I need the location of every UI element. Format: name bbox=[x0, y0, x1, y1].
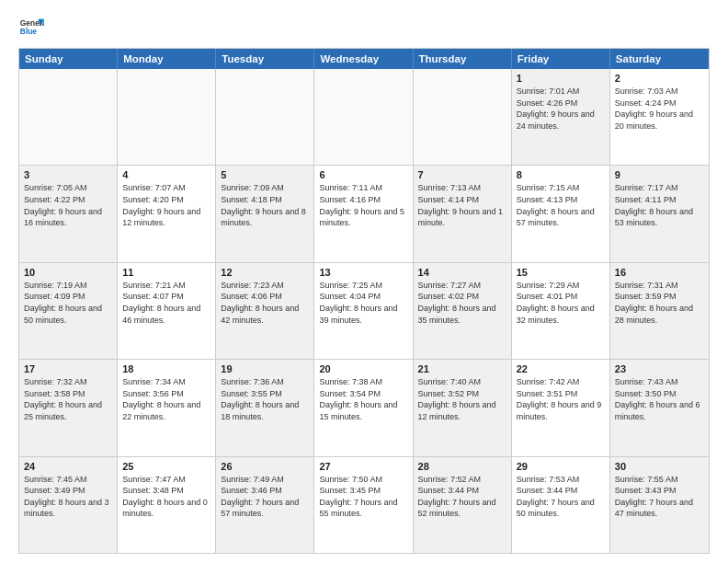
day-number: 17 bbox=[24, 363, 112, 374]
calendar-day-cell: 18Sunrise: 7:34 AM Sunset: 3:56 PM Dayli… bbox=[118, 360, 216, 455]
calendar-day-cell: 23Sunrise: 7:43 AM Sunset: 3:50 PM Dayli… bbox=[610, 360, 709, 455]
calendar-header-cell: Monday bbox=[118, 49, 216, 69]
calendar-day-cell: 9Sunrise: 7:17 AM Sunset: 4:11 PM Daylig… bbox=[610, 166, 709, 261]
day-number: 8 bbox=[517, 169, 605, 180]
day-number: 15 bbox=[517, 267, 605, 278]
calendar-day-cell: 15Sunrise: 7:29 AM Sunset: 4:01 PM Dayli… bbox=[512, 263, 610, 359]
day-info: Sunrise: 7:27 AM Sunset: 4:02 PM Dayligh… bbox=[418, 280, 506, 326]
calendar-day-cell: 4Sunrise: 7:07 AM Sunset: 4:20 PM Daylig… bbox=[118, 166, 216, 261]
calendar-day-cell bbox=[19, 69, 118, 165]
calendar-day-cell: 24Sunrise: 7:45 AM Sunset: 3:49 PM Dayli… bbox=[19, 457, 118, 553]
calendar-day-cell: 12Sunrise: 7:23 AM Sunset: 4:06 PM Dayli… bbox=[216, 263, 314, 359]
day-info: Sunrise: 7:07 AM Sunset: 4:20 PM Dayligh… bbox=[122, 182, 210, 228]
day-number: 29 bbox=[517, 461, 605, 472]
calendar-day-cell: 14Sunrise: 7:27 AM Sunset: 4:02 PM Dayli… bbox=[414, 263, 512, 359]
calendar-header: SundayMondayTuesdayWednesdayThursdayFrid… bbox=[19, 49, 709, 69]
day-info: Sunrise: 7:50 AM Sunset: 3:45 PM Dayligh… bbox=[319, 474, 407, 520]
calendar-day-cell: 13Sunrise: 7:25 AM Sunset: 4:04 PM Dayli… bbox=[314, 263, 413, 359]
logo-icon: General Blue bbox=[18, 15, 44, 40]
calendar-day-cell bbox=[414, 69, 512, 165]
calendar-day-cell bbox=[118, 69, 216, 165]
calendar-body: 1Sunrise: 7:01 AM Sunset: 4:26 PM Daylig… bbox=[19, 69, 709, 553]
calendar-header-cell: Wednesday bbox=[314, 49, 413, 69]
calendar-day-cell: 17Sunrise: 7:32 AM Sunset: 3:58 PM Dayli… bbox=[19, 360, 118, 455]
day-number: 24 bbox=[24, 461, 112, 472]
calendar-week: 10Sunrise: 7:19 AM Sunset: 4:09 PM Dayli… bbox=[19, 263, 709, 360]
calendar-day-cell: 5Sunrise: 7:09 AM Sunset: 4:18 PM Daylig… bbox=[216, 166, 314, 261]
day-info: Sunrise: 7:15 AM Sunset: 4:13 PM Dayligh… bbox=[517, 182, 605, 228]
day-info: Sunrise: 7:40 AM Sunset: 3:52 PM Dayligh… bbox=[418, 376, 506, 422]
day-info: Sunrise: 7:55 AM Sunset: 3:43 PM Dayligh… bbox=[615, 474, 704, 520]
day-info: Sunrise: 7:45 AM Sunset: 3:49 PM Dayligh… bbox=[24, 474, 112, 520]
calendar-day-cell: 28Sunrise: 7:52 AM Sunset: 3:44 PM Dayli… bbox=[414, 457, 512, 553]
day-number: 7 bbox=[418, 169, 506, 180]
calendar-day-cell: 25Sunrise: 7:47 AM Sunset: 3:48 PM Dayli… bbox=[118, 457, 216, 553]
day-number: 2 bbox=[615, 73, 704, 84]
day-info: Sunrise: 7:38 AM Sunset: 3:54 PM Dayligh… bbox=[319, 376, 407, 422]
calendar-day-cell: 22Sunrise: 7:42 AM Sunset: 3:51 PM Dayli… bbox=[512, 360, 610, 455]
day-info: Sunrise: 7:31 AM Sunset: 3:59 PM Dayligh… bbox=[615, 280, 704, 326]
day-number: 20 bbox=[319, 363, 407, 374]
day-info: Sunrise: 7:36 AM Sunset: 3:55 PM Dayligh… bbox=[221, 376, 309, 422]
day-number: 30 bbox=[615, 461, 704, 472]
calendar-day-cell: 29Sunrise: 7:53 AM Sunset: 3:44 PM Dayli… bbox=[512, 457, 610, 553]
calendar-day-cell bbox=[314, 69, 413, 165]
day-number: 25 bbox=[122, 461, 210, 472]
day-info: Sunrise: 7:01 AM Sunset: 4:26 PM Dayligh… bbox=[517, 86, 605, 132]
day-number: 27 bbox=[319, 461, 407, 472]
calendar-week: 1Sunrise: 7:01 AM Sunset: 4:26 PM Daylig… bbox=[19, 69, 709, 166]
page: General Blue SundayMondayTuesdayWednesda… bbox=[0, 0, 728, 563]
calendar-header-cell: Friday bbox=[512, 49, 610, 69]
day-info: Sunrise: 7:21 AM Sunset: 4:07 PM Dayligh… bbox=[122, 280, 210, 326]
svg-text:Blue: Blue bbox=[20, 27, 37, 36]
day-info: Sunrise: 7:34 AM Sunset: 3:56 PM Dayligh… bbox=[122, 376, 210, 422]
calendar-header-cell: Tuesday bbox=[216, 49, 314, 69]
calendar-day-cell: 3Sunrise: 7:05 AM Sunset: 4:22 PM Daylig… bbox=[19, 166, 118, 261]
calendar: SundayMondayTuesdayWednesdayThursdayFrid… bbox=[18, 48, 710, 554]
day-number: 21 bbox=[418, 363, 506, 374]
calendar-day-cell bbox=[216, 69, 314, 165]
day-info: Sunrise: 7:52 AM Sunset: 3:44 PM Dayligh… bbox=[418, 474, 506, 520]
calendar-day-cell: 8Sunrise: 7:15 AM Sunset: 4:13 PM Daylig… bbox=[512, 166, 610, 261]
calendar-day-cell: 27Sunrise: 7:50 AM Sunset: 3:45 PM Dayli… bbox=[314, 457, 413, 553]
day-info: Sunrise: 7:09 AM Sunset: 4:18 PM Dayligh… bbox=[221, 182, 309, 228]
calendar-day-cell: 30Sunrise: 7:55 AM Sunset: 3:43 PM Dayli… bbox=[610, 457, 709, 553]
calendar-week: 24Sunrise: 7:45 AM Sunset: 3:49 PM Dayli… bbox=[19, 457, 709, 553]
day-number: 3 bbox=[24, 169, 112, 180]
day-number: 16 bbox=[615, 267, 704, 278]
calendar-day-cell: 26Sunrise: 7:49 AM Sunset: 3:46 PM Dayli… bbox=[216, 457, 314, 553]
day-number: 6 bbox=[319, 169, 407, 180]
day-info: Sunrise: 7:25 AM Sunset: 4:04 PM Dayligh… bbox=[319, 280, 407, 326]
day-number: 4 bbox=[122, 169, 210, 180]
calendar-header-cell: Sunday bbox=[19, 49, 118, 69]
day-info: Sunrise: 7:19 AM Sunset: 4:09 PM Dayligh… bbox=[24, 280, 112, 326]
day-number: 12 bbox=[221, 267, 309, 278]
day-info: Sunrise: 7:05 AM Sunset: 4:22 PM Dayligh… bbox=[24, 182, 112, 228]
calendar-day-cell: 10Sunrise: 7:19 AM Sunset: 4:09 PM Dayli… bbox=[19, 263, 118, 359]
header: General Blue bbox=[18, 15, 710, 40]
day-info: Sunrise: 7:32 AM Sunset: 3:58 PM Dayligh… bbox=[24, 376, 112, 422]
day-number: 26 bbox=[221, 461, 309, 472]
calendar-day-cell: 21Sunrise: 7:40 AM Sunset: 3:52 PM Dayli… bbox=[414, 360, 512, 455]
day-info: Sunrise: 7:42 AM Sunset: 3:51 PM Dayligh… bbox=[517, 376, 605, 422]
calendar-day-cell: 16Sunrise: 7:31 AM Sunset: 3:59 PM Dayli… bbox=[610, 263, 709, 359]
day-number: 11 bbox=[122, 267, 210, 278]
day-info: Sunrise: 7:23 AM Sunset: 4:06 PM Dayligh… bbox=[221, 280, 309, 326]
calendar-day-cell: 20Sunrise: 7:38 AM Sunset: 3:54 PM Dayli… bbox=[314, 360, 413, 455]
day-number: 19 bbox=[221, 363, 309, 374]
calendar-day-cell: 1Sunrise: 7:01 AM Sunset: 4:26 PM Daylig… bbox=[512, 69, 610, 165]
day-info: Sunrise: 7:11 AM Sunset: 4:16 PM Dayligh… bbox=[319, 182, 407, 228]
day-number: 9 bbox=[615, 169, 704, 180]
calendar-day-cell: 11Sunrise: 7:21 AM Sunset: 4:07 PM Dayli… bbox=[118, 263, 216, 359]
day-info: Sunrise: 7:29 AM Sunset: 4:01 PM Dayligh… bbox=[517, 280, 605, 326]
calendar-day-cell: 2Sunrise: 7:03 AM Sunset: 4:24 PM Daylig… bbox=[610, 69, 709, 165]
calendar-header-cell: Thursday bbox=[414, 49, 512, 69]
day-number: 18 bbox=[122, 363, 210, 374]
day-number: 22 bbox=[517, 363, 605, 374]
day-number: 5 bbox=[221, 169, 309, 180]
calendar-week: 17Sunrise: 7:32 AM Sunset: 3:58 PM Dayli… bbox=[19, 360, 709, 456]
day-info: Sunrise: 7:47 AM Sunset: 3:48 PM Dayligh… bbox=[122, 474, 210, 520]
day-number: 1 bbox=[517, 73, 605, 84]
calendar-day-cell: 19Sunrise: 7:36 AM Sunset: 3:55 PM Dayli… bbox=[216, 360, 314, 455]
calendar-day-cell: 6Sunrise: 7:11 AM Sunset: 4:16 PM Daylig… bbox=[314, 166, 413, 261]
